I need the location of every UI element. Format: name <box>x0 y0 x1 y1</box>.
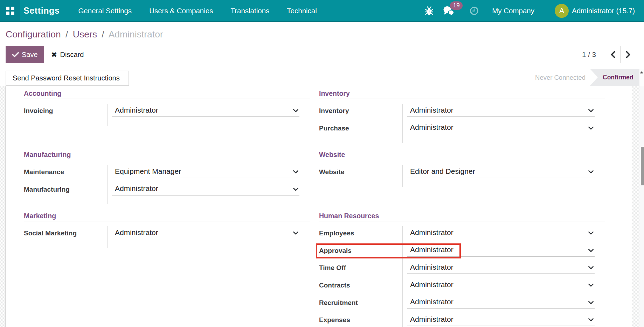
breadcrumb-current: Administrator <box>109 29 163 40</box>
group-title: Website <box>319 148 605 158</box>
field-select-contracts[interactable]: Administrator <box>407 278 595 291</box>
settings-group-website: WebsiteWebsiteEditor and Designer <box>319 148 605 209</box>
field-select-manufacturing[interactable]: Administrator <box>112 182 299 196</box>
navbar-menu: General Settings Users & Companies Trans… <box>69 0 325 21</box>
field-value: Editor and Designer <box>410 167 475 176</box>
field-value: Administrator <box>410 298 453 306</box>
field-select-recruitment[interactable]: Administrator <box>407 296 595 309</box>
activities-clock-icon[interactable] <box>470 7 478 15</box>
field-value: Administrator <box>410 246 453 254</box>
dropdown-chevron-icon <box>588 301 594 304</box>
field-value: Administrator <box>410 123 453 131</box>
field-row-recruitment: RecruitmentAdministrator <box>319 294 605 312</box>
group-title: Inventory <box>319 86 605 97</box>
field-label: Employees <box>319 225 402 242</box>
control-panel: Configuration / Users / Administrator Sa… <box>0 22 644 68</box>
field-value: Administrator <box>410 280 453 289</box>
field-row-manufacturing: ManufacturingAdministrator <box>24 181 310 198</box>
group-title: Marketing <box>24 209 310 220</box>
dropdown-chevron-icon <box>588 284 594 287</box>
save-button[interactable]: Save <box>6 46 44 63</box>
status-arrow <box>590 69 598 86</box>
discard-button[interactable]: ✖ Discard <box>46 46 90 63</box>
pager-next-button[interactable] <box>621 46 636 63</box>
field-select-approvals[interactable]: Administrator <box>407 243 595 257</box>
field-row-invoicing: InvoicingAdministrator <box>24 102 310 120</box>
field-label: Expenses <box>319 311 402 327</box>
menu-translations[interactable]: Translations <box>222 0 278 21</box>
settings-group-manufacturing: ManufacturingMaintenanceEquipment Manage… <box>24 148 310 209</box>
pager-value: 1 / 3 <box>582 50 596 59</box>
dropdown-chevron-icon <box>293 188 298 191</box>
field-row-contracts: ContractsAdministrator <box>319 277 605 294</box>
scrollbar-thumb[interactable] <box>641 147 644 185</box>
menu-general-settings[interactable]: General Settings <box>69 0 140 21</box>
menu-technical[interactable]: Technical <box>278 0 325 21</box>
check-icon <box>12 52 19 57</box>
scrollbar-up-arrow[interactable] <box>640 71 643 73</box>
group-separator <box>319 221 605 221</box>
field-select-invoicing[interactable]: Administrator <box>112 104 299 117</box>
breadcrumb-configuration[interactable]: Configuration <box>6 29 61 40</box>
field-label: Recruitment <box>319 294 402 312</box>
debug-bug-icon[interactable] <box>425 6 433 15</box>
groups-grid: AccountingInvoicingAdministratorInventor… <box>6 86 632 327</box>
field-select-inventory[interactable]: Administrator <box>407 104 595 117</box>
field-select-maintenance[interactable]: Equipment Manager <box>112 165 299 178</box>
field-label: Invoicing <box>24 102 107 120</box>
group-separator <box>24 221 310 221</box>
dropdown-chevron-icon <box>293 170 298 173</box>
field-value: Administrator <box>115 106 158 114</box>
chevron-left-icon <box>611 51 615 58</box>
dropdown-chevron-icon <box>588 318 594 321</box>
breadcrumb-users[interactable]: Users <box>73 29 97 40</box>
field-label: Purchase <box>319 120 402 137</box>
field-value: Administrator <box>410 263 453 271</box>
field-row-purchase: PurchaseAdministrator <box>319 120 605 137</box>
message-count-badge: 19 <box>450 1 463 10</box>
group-separator <box>24 99 310 99</box>
top-navbar: Settings General Settings Users & Compan… <box>0 0 644 22</box>
dropdown-chevron-icon <box>588 232 594 235</box>
group-title: Accounting <box>24 86 310 97</box>
settings-group-inventory: InventoryInventoryAdministratorPurchaseA… <box>319 86 605 148</box>
field-value: Administrator <box>115 228 158 237</box>
field-label: Inventory <box>319 102 402 120</box>
statusbar-states: Never Connected Confirmed <box>527 69 640 86</box>
dropdown-chevron-icon <box>588 170 594 173</box>
field-select-employees[interactable]: Administrator <box>407 226 595 239</box>
app-name[interactable]: Settings <box>20 0 69 21</box>
field-select-time-off[interactable]: Administrator <box>407 261 595 274</box>
user-avatar[interactable]: A <box>555 4 569 18</box>
field-label: Website <box>319 163 402 181</box>
apps-grid-icon <box>6 7 14 15</box>
field-label: Time Off <box>319 259 402 277</box>
apps-menu-button[interactable] <box>0 0 20 21</box>
user-menu[interactable]: Administrator (15.7) <box>572 7 635 15</box>
form-background: AccountingInvoicingAdministratorInventor… <box>0 86 644 327</box>
company-switcher[interactable]: My Company <box>492 7 534 15</box>
field-row-website: WebsiteEditor and Designer <box>319 163 605 181</box>
form-sheet: AccountingInvoicingAdministratorInventor… <box>5 86 632 327</box>
field-row-inventory: InventoryAdministrator <box>319 102 605 120</box>
field-select-social-marketing[interactable]: Administrator <box>112 226 299 239</box>
settings-group-marketing: MarketingSocial MarketingAdministrator <box>24 209 310 327</box>
pager-previous-button[interactable] <box>605 46 621 63</box>
field-value: Equipment Manager <box>115 167 181 176</box>
breadcrumb-separator: / <box>99 29 106 40</box>
messages-icon[interactable]: 19 <box>443 6 454 16</box>
field-select-website[interactable]: Editor and Designer <box>407 165 595 178</box>
field-label: Manufacturing <box>24 181 107 198</box>
menu-users-companies[interactable]: Users & Companies <box>140 0 222 21</box>
scrollbar[interactable] <box>639 69 644 327</box>
group-separator <box>319 160 605 160</box>
field-select-purchase[interactable]: Administrator <box>407 121 595 134</box>
field-select-expenses[interactable]: Administrator <box>407 313 595 326</box>
status-never-connected[interactable]: Never Connected <box>527 69 590 86</box>
group-separator <box>24 160 310 160</box>
field-row-maintenance: MaintenanceEquipment Manager <box>24 163 310 181</box>
field-value: Administrator <box>410 106 453 114</box>
dropdown-chevron-icon <box>588 249 594 252</box>
send-password-reset-button[interactable]: Send Password Reset Instructions <box>6 71 129 86</box>
group-title: Human Resources <box>319 209 605 220</box>
